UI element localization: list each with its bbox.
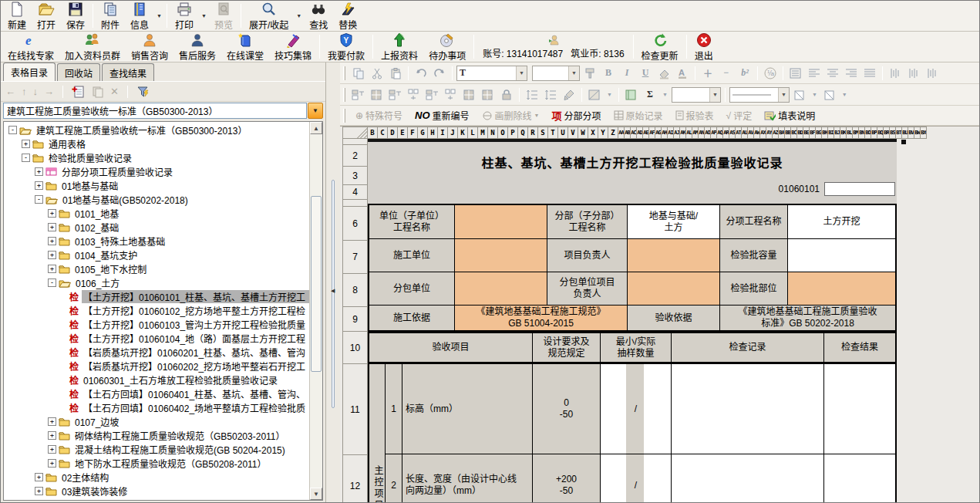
tree-expand-icon[interactable]: + <box>48 417 56 426</box>
tree-item[interactable]: 检【土方开挖】01060104_地（路）面基层土方开挖工程 <box>5 331 309 345</box>
tab-recycle-bin[interactable]: 回收站 <box>57 63 100 81</box>
column-header[interactable]: AP <box>711 127 717 139</box>
tree-expand-icon[interactable]: + <box>35 487 43 495</box>
standard-selector-dropdown-button[interactable]: ▼ <box>308 103 323 119</box>
tree-item[interactable]: +混凝土结构工程施工质量验收规范(GB 50204-2015) <box>5 442 309 456</box>
toolbar-button-exit[interactable]: 退出 <box>689 32 719 61</box>
splitter-handle[interactable] <box>332 180 335 408</box>
toolbar-button-expand-magnifier[interactable]: 展开/收起 <box>244 2 294 30</box>
column-header[interactable]: X <box>588 127 598 139</box>
column-header[interactable]: AB <box>625 127 631 139</box>
tree-item[interactable]: 检【岩质基坑开挖】01060201_柱基、基坑、基槽、管沟 <box>5 345 309 359</box>
tree-expand-icon[interactable]: + <box>35 473 43 481</box>
dropdown-arrow-icon[interactable]: ▼ <box>294 2 304 30</box>
column-header[interactable]: BI <box>828 127 834 139</box>
nav-down-icon[interactable]: ↓ <box>33 86 39 97</box>
column-header[interactable]: AE <box>643 127 649 139</box>
toolbar-button-info-book[interactable]: 信息 <box>125 2 154 30</box>
scroll-up-icon[interactable]: ▲ <box>310 122 322 134</box>
column-header[interactable]: W <box>578 127 588 139</box>
column-header[interactable]: AK <box>680 127 686 139</box>
row-header[interactable]: 7 <box>342 241 368 274</box>
column-header[interactable]: AM <box>692 127 699 139</box>
tree-item[interactable]: 检【土方开挖】01060102_挖方场地平整土方开挖工程检 <box>5 303 309 317</box>
column-header[interactable]: Y <box>598 127 608 139</box>
column-header[interactable]: BP <box>871 127 877 139</box>
tree-expand-icon[interactable]: - <box>35 195 43 204</box>
tree-item[interactable]: +0103_特殊土地基基础 <box>5 234 309 248</box>
select-all-corner[interactable] <box>342 127 368 139</box>
tree-expand-icon[interactable]: + <box>35 167 43 176</box>
column-header[interactable]: BS <box>890 127 896 139</box>
tree-item[interactable]: +地下防水工程质量验收规范（GB50208-2011） <box>5 456 309 470</box>
row-header[interactable] <box>342 200 368 207</box>
column-header[interactable]: BW <box>914 127 921 139</box>
column-header[interactable]: AU <box>742 127 748 139</box>
tab-form-catalog[interactable]: 表格目录 <box>3 62 56 81</box>
column-header[interactable]: BV <box>908 127 914 139</box>
row-header[interactable]: 11 <box>342 364 368 455</box>
column-header[interactable]: AX <box>760 127 766 139</box>
column-header[interactable]: AN <box>699 127 705 139</box>
toolbar-button-group-people[interactable]: 加入资料员群 <box>59 32 126 61</box>
column-header[interactable]: AV <box>748 127 754 139</box>
nav-forward-icon[interactable]: → <box>44 86 54 97</box>
nav-up-icon[interactable]: ↑ <box>22 86 27 97</box>
tree-item[interactable]: +0107_边坡 <box>5 414 309 428</box>
column-header[interactable]: J <box>448 127 458 139</box>
standard-selector-field[interactable]: 建筑工程施工质量验收统一标准（GB50300-2013） <box>3 103 307 119</box>
column-header[interactable]: AY <box>766 127 773 139</box>
tree-item[interactable]: 检【土方开挖】01060101_柱基、基坑、基槽土方开挖工 <box>5 289 309 303</box>
tree-expand-icon[interactable]: - <box>22 154 30 162</box>
column-header[interactable]: N <box>488 127 498 139</box>
scroll-down-icon[interactable]: ▼ <box>310 488 322 500</box>
tree-expand-icon[interactable]: - <box>48 279 56 287</box>
tree-item[interactable]: +0102_基础 <box>5 220 309 234</box>
row-header[interactable]: 8 <box>342 274 368 307</box>
item-sampling[interactable]: / <box>601 364 672 454</box>
tree-item[interactable]: 检【土方开挖】01060103_管沟土方开挖工程检验批质量 <box>5 317 309 331</box>
column-header[interactable]: B <box>368 127 378 139</box>
tree-item[interactable]: +0105_地下水控制 <box>5 262 309 275</box>
row-header[interactable] <box>342 139 368 145</box>
subitem-value[interactable]: 土方开挖 <box>788 205 895 238</box>
tree-expand-icon[interactable]: + <box>48 445 56 454</box>
column-header[interactable]: U <box>558 127 568 139</box>
column-header[interactable]: C <box>378 127 388 139</box>
toolbar-button-online-expert-e[interactable]: e在线找专家 <box>2 32 59 61</box>
toolbar-button-pay-shield[interactable]: Y我要付款 <box>322 32 370 61</box>
batch-location-value[interactable] <box>788 272 895 305</box>
item-record[interactable] <box>672 364 824 454</box>
toolbar-button-find-binoculars[interactable]: 查找 <box>304 2 333 30</box>
construction-basis-value[interactable]: 《建筑地基基础工程施工规范》 GB 51004-2015 <box>455 306 628 330</box>
column-header[interactable]: AH <box>662 127 668 139</box>
item-record[interactable] <box>672 454 824 502</box>
panel-splitter[interactable]: ◀ <box>326 62 340 502</box>
column-header[interactable]: BO <box>865 127 871 139</box>
column-header[interactable]: AG <box>655 127 662 139</box>
tree-item[interactable]: 检【岩质基坑开挖】01060202_挖方场地平整岩石开挖工 <box>5 359 309 373</box>
batch-capacity-value[interactable] <box>788 239 895 272</box>
column-header[interactable]: T <box>548 127 558 139</box>
zoom-select[interactable]: ▼ <box>672 87 721 103</box>
toolbar-button-class-book[interactable]: 在线课堂 <box>221 32 269 61</box>
tree-expand-icon[interactable]: + <box>48 223 56 231</box>
tree-expand-icon[interactable]: + <box>48 431 56 440</box>
column-header[interactable]: V <box>568 127 578 139</box>
item-result[interactable] <box>824 364 895 454</box>
column-header[interactable]: BB <box>785 127 791 139</box>
column-header[interactable]: AS <box>729 127 736 139</box>
column-header[interactable]: Z <box>608 127 618 139</box>
tree-item[interactable]: +02主体结构 <box>5 470 309 484</box>
column-header[interactable]: BR <box>884 127 890 139</box>
column-header[interactable]: Q <box>518 127 528 139</box>
line-style-select[interactable]: ▼ <box>729 87 790 103</box>
tree-item[interactable]: +01地基与基础 <box>5 178 309 192</box>
renumber-button[interactable]: NO重新编号 <box>409 109 475 122</box>
tree-expand-icon[interactable]: + <box>48 251 56 259</box>
column-header[interactable]: I <box>438 127 448 139</box>
tree-item[interactable]: -建筑工程施工质量验收统一标准（GB50300-2013） <box>5 123 309 137</box>
toolbar-button-printer[interactable]: 打印 <box>170 2 199 30</box>
column-header[interactable]: P <box>508 127 518 139</box>
column-header[interactable]: BM <box>853 127 859 139</box>
